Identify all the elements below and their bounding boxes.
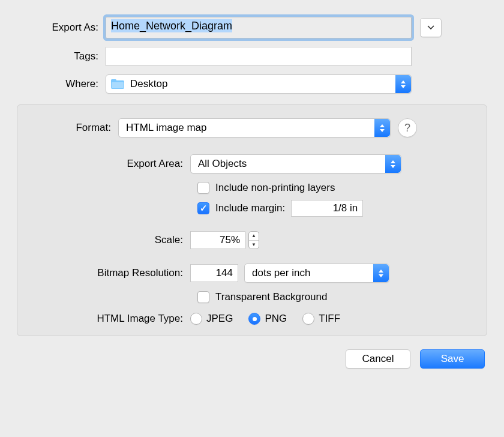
html-image-type-label: HTML Image Type: <box>17 313 190 325</box>
where-value: Desktop <box>130 78 167 90</box>
tiff-radio[interactable] <box>302 313 314 325</box>
margin-input[interactable] <box>291 200 363 217</box>
export-area-value: All Objects <box>198 158 247 170</box>
format-value: HTML image map <box>126 122 206 134</box>
expand-button[interactable] <box>420 18 442 37</box>
updown-arrows-icon <box>374 119 390 137</box>
export-as-label: Export As: <box>17 22 106 34</box>
updown-arrows-icon <box>395 75 411 93</box>
svg-rect-2 <box>112 82 124 88</box>
updown-arrows-icon <box>385 155 401 173</box>
jpeg-radio[interactable] <box>190 313 202 325</box>
stepper-down-icon: ▼ <box>249 241 259 249</box>
include-nonprinting-checkbox[interactable] <box>197 182 209 194</box>
updown-arrows-icon <box>373 264 389 282</box>
transparent-bg-checkbox[interactable] <box>197 291 209 303</box>
scale-stepper[interactable]: ▲ ▼ <box>248 231 259 249</box>
scale-label: Scale: <box>17 234 190 246</box>
format-select[interactable]: HTML image map <box>118 118 391 137</box>
export-area-label: Export Area: <box>17 158 190 170</box>
resolution-unit-value: dots per inch <box>252 267 310 279</box>
export-as-input[interactable]: Home_Network_Diagram <box>106 17 412 38</box>
options-panel: Format: HTML image map ? Export Area: Al… <box>17 104 487 336</box>
export-area-select[interactable]: All Objects <box>190 154 401 173</box>
help-button[interactable]: ? <box>398 118 417 137</box>
folder-icon <box>111 79 124 89</box>
jpeg-label: JPEG <box>206 313 233 325</box>
cancel-button[interactable]: Cancel <box>346 349 410 369</box>
include-margin-checkbox[interactable] <box>197 202 209 214</box>
format-label: Format: <box>17 122 118 134</box>
chevron-down-icon <box>427 25 434 30</box>
save-button[interactable]: Save <box>420 349 485 369</box>
resolution-unit-select[interactable]: dots per inch <box>244 264 389 283</box>
png-label: PNG <box>265 313 287 325</box>
filename-selection: Home_Network_Diagram <box>111 19 232 32</box>
svg-rect-1 <box>111 79 116 82</box>
png-radio[interactable] <box>248 313 260 325</box>
resolution-input[interactable] <box>190 264 238 282</box>
tags-label: Tags: <box>17 50 106 62</box>
include-nonprinting-label: Include non-printing layers <box>215 182 335 194</box>
where-select[interactable]: Desktop <box>106 74 412 94</box>
where-label: Where: <box>17 78 106 90</box>
tags-input[interactable] <box>106 47 412 66</box>
transparent-bg-label: Transparent Background <box>215 291 327 303</box>
bitmap-resolution-label: Bitmap Resolution: <box>17 267 190 279</box>
stepper-up-icon: ▲ <box>249 232 259 241</box>
scale-input[interactable] <box>190 231 245 249</box>
tiff-label: TIFF <box>319 313 340 325</box>
include-margin-label: Include margin: <box>215 202 285 214</box>
